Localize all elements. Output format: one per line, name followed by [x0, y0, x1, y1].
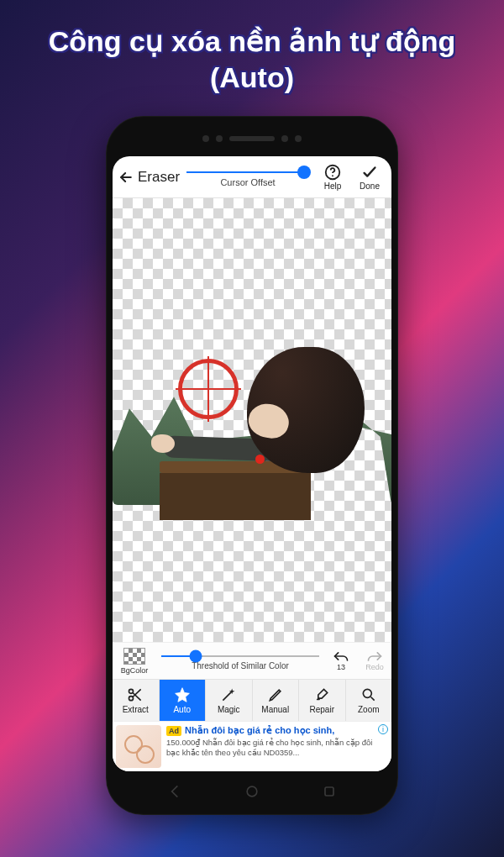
help-button[interactable]: Help — [316, 163, 349, 191]
tool-extract-label: Extract — [123, 705, 149, 714]
help-icon — [323, 163, 342, 181]
undo-button[interactable]: 13 — [324, 650, 358, 671]
undo-count: 13 — [337, 663, 345, 671]
threshold-slider[interactable]: 25 Threshold of Similar Color — [156, 651, 324, 670]
ad-description: 150.000₫ Nhẫn đôi bạc giá rẻ cho học sin… — [166, 738, 386, 758]
ad-badge: Ad — [166, 726, 181, 736]
pencil-icon — [267, 686, 284, 703]
phone-frame: Eraser Cursor Offset Help Done — [106, 116, 398, 815]
bgcolor-swatch-icon — [123, 648, 145, 665]
top-bar: Eraser Cursor Offset Help Done — [113, 156, 391, 198]
tool-auto-label: Auto — [173, 705, 191, 714]
screen-title: Eraser — [138, 169, 180, 186]
svg-point-2 — [129, 689, 134, 693]
done-button[interactable]: Done — [353, 163, 386, 191]
ad-image — [116, 725, 161, 768]
crosshair-target-icon — [178, 359, 239, 419]
svg-rect-6 — [325, 787, 333, 796]
svg-point-3 — [129, 697, 134, 701]
threshold-row: BgColor 25 Threshold of Similar Color 13… — [113, 642, 391, 679]
tool-extract[interactable]: Extract — [113, 680, 160, 721]
tool-repair[interactable]: Repair — [299, 680, 346, 721]
cursor-offset-label: Cursor Offset — [220, 177, 275, 187]
tool-magic[interactable]: Magic — [206, 680, 253, 721]
check-icon — [360, 163, 379, 181]
threshold-thumb[interactable] — [190, 650, 202, 663]
redo-label: Redo — [365, 663, 384, 671]
redo-button[interactable]: Redo — [358, 650, 391, 671]
zoom-icon — [360, 686, 377, 703]
nav-recent-icon[interactable] — [321, 783, 338, 800]
cursor-offset-thumb[interactable] — [297, 166, 311, 179]
tool-manual[interactable]: Manual — [253, 680, 300, 721]
tool-zoom[interactable]: Zoom — [346, 680, 392, 721]
star-icon — [174, 686, 191, 703]
threshold-label: Threshold of Similar Color — [192, 661, 289, 670]
help-label: Help — [324, 181, 342, 191]
bgcolor-button[interactable]: BgColor — [113, 648, 156, 675]
app-screen: Eraser Cursor Offset Help Done — [113, 156, 391, 771]
android-nav-bar — [106, 780, 398, 803]
brush-icon — [313, 686, 330, 703]
cursor-dot — [255, 455, 265, 464]
svg-point-5 — [247, 786, 257, 797]
done-label: Done — [360, 181, 380, 191]
cursor-offset-slider[interactable]: Cursor Offset — [183, 166, 312, 187]
tool-auto[interactable]: Auto — [160, 680, 207, 721]
photo-layer — [113, 337, 391, 513]
tool-repair-label: Repair — [310, 705, 334, 714]
ad-banner[interactable]: Ad Nhẫn đôi bạc giá rẻ cho học sinh, 150… — [113, 721, 391, 771]
tool-bar: Extract Auto Magic Manual Repair Zoom — [113, 679, 391, 721]
nav-back-icon[interactable] — [166, 783, 183, 800]
nav-home-icon[interactable] — [244, 783, 260, 800]
tool-magic-label: Magic — [218, 705, 240, 714]
undo-icon — [333, 650, 349, 662]
phone-sensors — [106, 133, 398, 145]
back-arrow-icon — [118, 169, 134, 186]
bgcolor-label: BgColor — [121, 666, 149, 675]
tool-manual-label: Manual — [261, 705, 289, 714]
svg-point-1 — [332, 175, 333, 176]
scissors-icon — [127, 686, 144, 703]
canvas[interactable] — [113, 198, 391, 642]
promo-title: Công cụ xóa nền ảnh tự động (Auto) — [0, 24, 504, 95]
back-button[interactable]: Eraser — [118, 169, 180, 186]
wand-icon — [220, 686, 237, 703]
ad-info-icon[interactable]: i — [378, 724, 388, 734]
ad-title: Nhẫn đôi bạc giá rẻ cho học sinh, — [185, 725, 334, 736]
tool-zoom-label: Zoom — [358, 705, 380, 714]
redo-icon — [366, 650, 383, 662]
svg-point-4 — [363, 689, 371, 697]
